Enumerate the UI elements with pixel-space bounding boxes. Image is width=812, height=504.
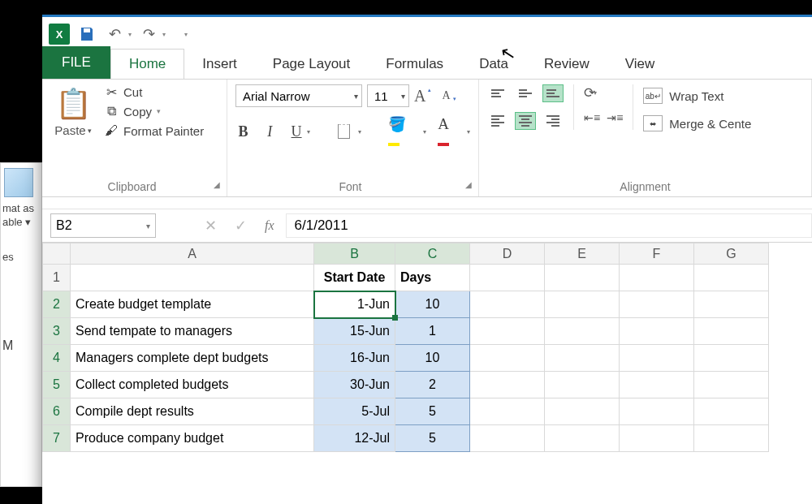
excel-logo-icon[interactable]: X: [49, 24, 70, 45]
cell-G5[interactable]: [694, 372, 769, 398]
font-size-combo[interactable]: 11▾: [367, 84, 409, 107]
cell-G1[interactable]: [694, 265, 769, 291]
cell-D7[interactable]: [470, 425, 545, 452]
paste-dropdown-icon[interactable]: ▾: [88, 127, 92, 135]
column-header-G[interactable]: G: [694, 243, 769, 265]
redo-icon[interactable]: ↷: [138, 24, 159, 45]
cell-C3[interactable]: 1: [395, 318, 470, 345]
cell-A5[interactable]: Collect completed budgets: [71, 372, 314, 398]
cell-E3[interactable]: [545, 318, 620, 345]
tab-view[interactable]: View: [607, 50, 673, 79]
tab-data[interactable]: Data: [461, 50, 526, 79]
redo-dropdown-icon[interactable]: ▾: [162, 31, 166, 38]
cell-G2[interactable]: [694, 291, 769, 318]
cell-B3[interactable]: 15-Jun: [314, 318, 395, 345]
cell-B2[interactable]: 1-Jun: [314, 291, 395, 318]
cell-E4[interactable]: [545, 345, 620, 372]
qat-customize-dropdown-icon[interactable]: ▾: [184, 31, 188, 38]
underline-dropdown-icon[interactable]: ▾: [307, 128, 310, 136]
enter-formula-button[interactable]: ✓: [235, 217, 247, 235]
row-header-5[interactable]: 5: [43, 372, 71, 398]
paste-button[interactable]: 📋 Paste▾: [50, 84, 96, 138]
italic-button[interactable]: I: [262, 123, 278, 140]
insert-function-button[interactable]: fx: [265, 218, 274, 233]
align-top-button[interactable]: [487, 84, 508, 102]
cell-F6[interactable]: [620, 398, 694, 425]
merge-center-button[interactable]: ⬌ Merge & Cente: [643, 115, 751, 131]
font-name-combo[interactable]: Arial Narrow▾: [235, 84, 362, 107]
cell-C1[interactable]: Days: [395, 265, 470, 291]
font-launcher-icon[interactable]: ◢: [465, 180, 472, 189]
cell-A4[interactable]: Managers complete dept budgets: [71, 345, 314, 372]
cancel-formula-button[interactable]: ✕: [205, 217, 217, 235]
fill-color-dropdown-icon[interactable]: ▾: [423, 128, 426, 136]
increase-indent-button[interactable]: ⇥≡: [607, 111, 623, 124]
cell-B4[interactable]: 16-Jun: [314, 345, 395, 372]
cell-F1[interactable]: [620, 265, 694, 291]
cell-D1[interactable]: [470, 265, 545, 291]
cell-D5[interactable]: [470, 372, 545, 398]
cell-C5[interactable]: 2: [395, 372, 470, 398]
align-left-button[interactable]: [487, 112, 508, 130]
format-painter-button[interactable]: 🖌Format Painter: [104, 123, 204, 138]
cell-C6[interactable]: 5: [395, 398, 470, 425]
cell-E2[interactable]: [545, 291, 620, 318]
select-all-corner[interactable]: [43, 243, 71, 265]
align-right-button[interactable]: [542, 112, 564, 130]
cell-A2[interactable]: Create budget template: [71, 291, 314, 318]
cell-G6[interactable]: [694, 398, 769, 425]
cell-E7[interactable]: [545, 425, 620, 452]
cell-F4[interactable]: [620, 345, 694, 372]
column-header-A[interactable]: A: [71, 243, 314, 265]
column-header-B[interactable]: B: [314, 243, 395, 265]
tab-formulas[interactable]: Formulas: [368, 50, 461, 79]
cell-E5[interactable]: [545, 372, 620, 398]
cell-C4[interactable]: 10: [395, 345, 470, 372]
formula-input[interactable]: 6/1/2011: [286, 213, 812, 238]
decrease-indent-button[interactable]: ⇤≡: [584, 111, 600, 124]
cell-F5[interactable]: [620, 372, 694, 398]
bold-button[interactable]: B: [235, 123, 251, 140]
chevron-down-icon[interactable]: ▾: [349, 92, 358, 101]
underline-button[interactable]: U: [289, 123, 304, 140]
cell-F3[interactable]: [620, 318, 694, 345]
cell-B5[interactable]: 30-Jun: [314, 372, 395, 398]
borders-dropdown-icon[interactable]: ▾: [358, 128, 361, 136]
cell-G7[interactable]: [694, 425, 769, 452]
cut-button[interactable]: ✂Cut: [104, 84, 204, 99]
tab-page-layout[interactable]: Page Layout: [255, 50, 368, 79]
cell-D6[interactable]: [470, 398, 545, 425]
borders-button[interactable]: [338, 124, 351, 139]
cell-E6[interactable]: [545, 398, 620, 425]
chevron-down-icon[interactable]: ▾: [396, 92, 405, 101]
cell-D2[interactable]: [470, 291, 545, 318]
row-header-4[interactable]: 4: [43, 345, 71, 372]
cell-B1[interactable]: Start Date: [314, 265, 395, 291]
column-header-C[interactable]: C: [395, 243, 470, 265]
copy-dropdown-icon[interactable]: ▾: [157, 107, 161, 115]
save-icon[interactable]: [76, 24, 97, 45]
cell-D4[interactable]: [470, 345, 545, 372]
column-header-E[interactable]: E: [545, 243, 620, 265]
align-middle-button[interactable]: [515, 84, 536, 102]
cell-C2[interactable]: 10: [395, 291, 470, 318]
tab-insert[interactable]: Insert: [184, 50, 255, 79]
chevron-down-icon[interactable]: ▾: [146, 222, 150, 230]
row-header-2[interactable]: 2: [43, 291, 71, 318]
grow-font-button[interactable]: A: [414, 87, 425, 106]
cell-F7[interactable]: [620, 425, 694, 452]
align-center-button[interactable]: [515, 112, 536, 130]
tab-home[interactable]: Home: [110, 49, 184, 80]
row-header-6[interactable]: 6: [43, 398, 71, 425]
row-header-3[interactable]: 3: [43, 318, 71, 345]
cell-C7[interactable]: 5: [395, 425, 470, 452]
column-header-F[interactable]: F: [620, 243, 694, 265]
shrink-font-button[interactable]: A: [442, 89, 450, 102]
copy-button[interactable]: ⧉Copy ▾: [104, 104, 204, 118]
cell-F2[interactable]: [620, 291, 694, 318]
cell-G3[interactable]: [694, 318, 769, 345]
name-box[interactable]: B2▾: [50, 213, 156, 238]
tab-file[interactable]: FILE: [42, 46, 110, 79]
font-color-button[interactable]: A: [438, 115, 457, 148]
font-color-dropdown-icon[interactable]: ▾: [467, 128, 470, 136]
